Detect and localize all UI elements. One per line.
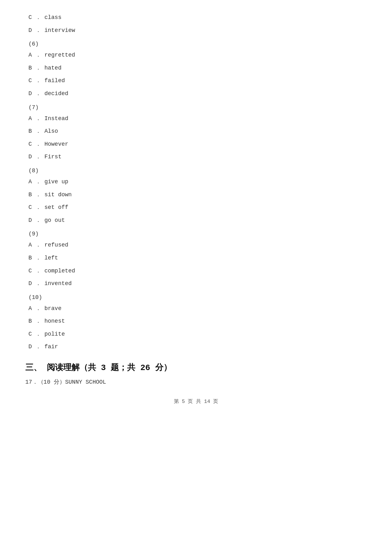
option-letter: B ． — [28, 65, 41, 71]
option-7a: A ． Instead — [25, 114, 367, 124]
question-number-6: (6) — [25, 41, 367, 47]
option-letter: D ． — [28, 27, 41, 33]
option-text: Also — [44, 128, 58, 134]
option-8c: C ． set off — [25, 203, 367, 212]
option-letter: D ． — [28, 90, 41, 97]
option-text: However — [44, 141, 68, 147]
option-letter: D ． — [28, 344, 41, 350]
option-letter: A ． — [28, 115, 41, 122]
option-text: Instead — [44, 115, 68, 122]
question-number-7: (7) — [25, 104, 367, 111]
option-8a: A ． give up — [25, 177, 367, 187]
option-text: invented — [44, 280, 71, 287]
option-9a: A ． refused — [25, 240, 367, 250]
option-8d: D ． go out — [25, 216, 367, 225]
option-9b: B ． left — [25, 253, 367, 263]
leading-options-group: C ． class D ． interview — [25, 13, 367, 35]
option-10d: D ． fair — [25, 342, 367, 352]
option-text: give up — [44, 179, 68, 185]
question-group-8: (8) A ． give up B ． sit down C ． set off… — [25, 167, 367, 225]
question-number-9: (9) — [25, 231, 367, 237]
option-9d: D ． invented — [25, 279, 367, 289]
option-text: hated — [44, 65, 61, 71]
option-6b: B ． hated — [25, 63, 367, 73]
page-footer: 第 5 页 共 14 页 — [25, 398, 367, 405]
option-letter: B ． — [28, 318, 41, 324]
option-7c: C ． However — [25, 139, 367, 149]
option-10c: C ． polite — [25, 329, 367, 339]
option-text: class — [44, 14, 61, 21]
option-text: interview — [44, 27, 75, 33]
option-letter: B ． — [28, 128, 41, 134]
option-letter: C ． — [28, 141, 41, 147]
option-6d: D ． decided — [25, 89, 367, 99]
option-letter: D ． — [28, 154, 41, 160]
option-text: completed — [44, 268, 75, 274]
option-letter: C ． — [28, 268, 41, 274]
option-text: brave — [44, 305, 61, 312]
option-letter: D ． — [28, 217, 41, 223]
option-c-class: C ． class — [25, 13, 367, 22]
option-text: failed — [44, 77, 65, 84]
question-group-10: (10) A ． brave B ． honest C ． polite D ．… — [25, 294, 367, 352]
option-10a: A ． brave — [25, 304, 367, 314]
option-text: polite — [44, 331, 65, 337]
option-letter: C ． — [28, 331, 41, 337]
option-letter: A ． — [28, 242, 41, 248]
option-7d: D ． First — [25, 152, 367, 162]
option-letter: C ． — [28, 204, 41, 210]
option-text: sit down — [44, 192, 71, 198]
option-9c: C ． completed — [25, 266, 367, 276]
option-text: honest — [44, 318, 65, 324]
option-letter: C ． — [28, 14, 41, 21]
option-text: set off — [44, 204, 68, 210]
option-6c: C ． failed — [25, 76, 367, 86]
section-item-17: 17．（10 分）SUNNY SCHOOL — [25, 378, 367, 386]
option-d-interview: D ． interview — [25, 26, 367, 35]
question-group-7: (7) A ． Instead B ． Also C ． However D ．… — [25, 104, 367, 162]
question-group-9: (9) A ． refused B ． left C ． completed D… — [25, 231, 367, 288]
option-letter: C ． — [28, 77, 41, 84]
option-text: regretted — [44, 52, 75, 58]
option-text: First — [44, 154, 61, 160]
question-number-10: (10) — [25, 294, 367, 301]
option-text: left — [44, 255, 58, 261]
option-letter: B ． — [28, 255, 41, 261]
option-letter: A ． — [28, 179, 41, 185]
option-text: fair — [44, 344, 58, 350]
option-8b: B ． sit down — [25, 190, 367, 200]
option-letter: D ． — [28, 280, 41, 287]
question-group-6: (6) A ． regretted B ． hated C ． failed D… — [25, 41, 367, 98]
option-10b: B ． honest — [25, 316, 367, 326]
option-letter: A ． — [28, 305, 41, 312]
option-letter: B ． — [28, 192, 41, 198]
option-text: go out — [44, 217, 65, 223]
option-text: refused — [44, 242, 68, 248]
option-text: decided — [44, 90, 68, 97]
option-7b: B ． Also — [25, 126, 367, 136]
question-number-8: (8) — [25, 167, 367, 174]
option-6a: A ． regretted — [25, 50, 367, 60]
option-letter: A ． — [28, 52, 41, 58]
section-header: 三、 阅读理解（共 3 题；共 26 分） — [25, 362, 367, 373]
